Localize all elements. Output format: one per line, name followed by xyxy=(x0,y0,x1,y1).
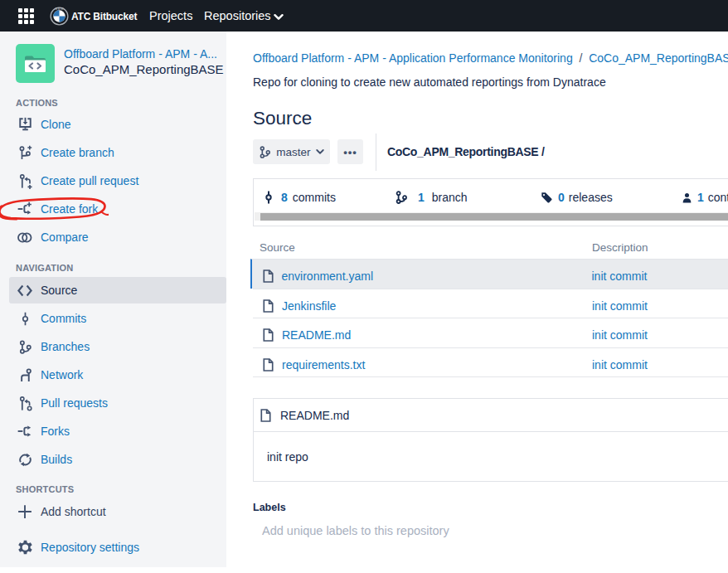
svg-text:B M W: B M W xyxy=(56,7,65,11)
